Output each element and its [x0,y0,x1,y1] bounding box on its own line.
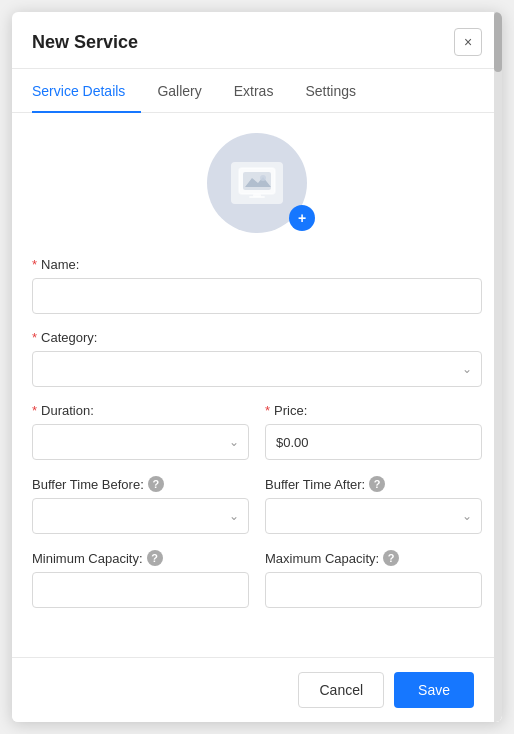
buffer-time-before-select-wrapper: ⌄ [32,498,249,534]
upload-badge[interactable]: + [289,205,315,231]
min-capacity-help-icon[interactable]: ? [147,550,163,566]
category-label: * Category: [32,330,482,345]
cancel-button[interactable]: Cancel [298,672,384,708]
max-capacity-label: Maximum Capacity: ? [265,550,482,566]
buffer-time-row: Buffer Time Before: ? ⌄ Buffer Time Afte… [32,476,482,550]
max-capacity-group: Maximum Capacity: ? [265,550,482,608]
max-capacity-help-icon[interactable]: ? [383,550,399,566]
tab-service-details[interactable]: Service Details [32,69,141,113]
capacity-row: Minimum Capacity: ? Maximum Capacity: ? [32,550,482,624]
duration-label: * Duration: [32,403,249,418]
buffer-time-before-label: Buffer Time Before: ? [32,476,249,492]
modal: New Service × Service Details Gallery Ex… [12,12,502,722]
tab-gallery[interactable]: Gallery [157,69,217,113]
category-select-wrapper: ⌄ [32,351,482,387]
tab-extras[interactable]: Extras [234,69,290,113]
image-circle: + [207,133,307,233]
buffer-time-after-group: Buffer Time After: ? ⌄ [265,476,482,534]
duration-select-wrapper: ⌄ [32,424,249,460]
name-input[interactable] [32,278,482,314]
price-label: * Price: [265,403,482,418]
price-field-group: * Price: [265,403,482,460]
buffer-time-before-help-icon[interactable]: ? [148,476,164,492]
name-field-group: * Name: [32,257,482,314]
scrollbar-thumb[interactable] [494,12,502,72]
modal-footer: Cancel Save [12,657,494,722]
buffer-time-after-help-icon[interactable]: ? [369,476,385,492]
tab-settings[interactable]: Settings [305,69,372,113]
modal-header: New Service × [12,12,502,69]
add-icon: + [298,211,306,225]
name-label: * Name: [32,257,482,272]
buffer-time-before-group: Buffer Time Before: ? ⌄ [32,476,249,534]
duration-required-star: * [32,403,37,418]
name-required-star: * [32,257,37,272]
modal-body: + * Name: * Category: ⌄ [12,113,502,722]
category-field-group: * Category: ⌄ [32,330,482,387]
svg-rect-1 [243,172,271,190]
svg-point-3 [260,175,266,181]
close-icon: × [464,34,472,50]
buffer-time-after-select-wrapper: ⌄ [265,498,482,534]
min-capacity-input[interactable] [32,572,249,608]
price-input[interactable] [265,424,482,460]
buffer-time-after-label: Buffer Time After: ? [265,476,482,492]
category-required-star: * [32,330,37,345]
category-select[interactable] [32,351,482,387]
svg-rect-5 [249,196,265,198]
duration-select[interactable] [32,424,249,460]
image-placeholder-icon [231,162,283,204]
modal-title: New Service [32,32,138,53]
save-button[interactable]: Save [394,672,474,708]
buffer-time-before-select[interactable] [32,498,249,534]
min-capacity-group: Minimum Capacity: ? [32,550,249,608]
close-button[interactable]: × [454,28,482,56]
buffer-time-after-select[interactable] [265,498,482,534]
image-upload-area[interactable]: + [32,133,482,233]
price-required-star: * [265,403,270,418]
duration-field-group: * Duration: ⌄ [32,403,249,460]
image-icon-svg [238,167,276,199]
tabs-bar: Service Details Gallery Extras Settings [12,69,502,113]
duration-price-row: * Duration: ⌄ * Price: [32,403,482,476]
max-capacity-input[interactable] [265,572,482,608]
min-capacity-label: Minimum Capacity: ? [32,550,249,566]
